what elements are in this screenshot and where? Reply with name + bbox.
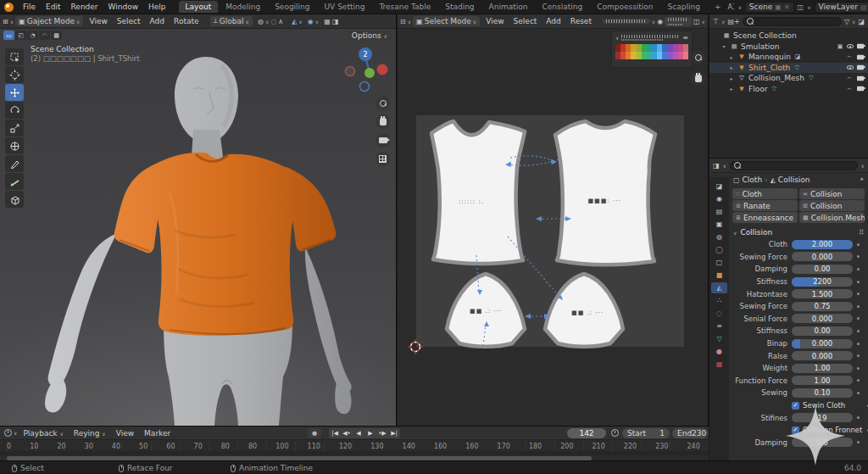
field-hatzontase[interactable]: 1.500 — [792, 289, 853, 298]
eye-toggle-icon[interactable] — [847, 44, 854, 48]
filter-icon[interactable]: ▽ — [844, 18, 849, 25]
workspace-tab-animation[interactable]: Animation — [482, 1, 535, 13]
tool-tab[interactable]: ◪ — [711, 181, 727, 192]
blender-logo-icon[interactable] — [4, 3, 14, 12]
next-keyframe-button[interactable]: •▶ — [376, 428, 388, 438]
workspace-tab-item[interactable]: + — [708, 1, 728, 13]
navigation-gizmo[interactable]: 2 — [343, 45, 391, 92]
menu-window[interactable]: Window — [104, 2, 143, 12]
lasso-select-icon[interactable]: ◠ — [39, 31, 50, 40]
pin-uv-icon[interactable]: ◉ — [657, 18, 663, 25]
animate-dot[interactable] — [853, 281, 863, 283]
color-swatch[interactable] — [683, 44, 688, 52]
camera-toggle-icon[interactable] — [857, 86, 864, 92]
animate-dot[interactable] — [853, 367, 863, 370]
ortho-grid-icon[interactable] — [376, 152, 390, 166]
pattern-menu-add[interactable]: Add — [542, 16, 565, 26]
circle-select-icon[interactable]: ◔ — [27, 31, 38, 40]
pan-hand-icon[interactable] — [691, 71, 705, 86]
scrambled-buttons[interactable] — [665, 17, 692, 26]
shading-icon[interactable]: ◨ — [332, 18, 339, 25]
prev-keyframe-button[interactable]: ◀• — [341, 428, 353, 438]
field-sewing-force[interactable]: 0.000 — [792, 252, 853, 261]
eye-toggle-icon[interactable] — [847, 65, 854, 70]
tilde-toggle-icon[interactable]: ∼ — [845, 53, 854, 60]
animate-dot[interactable] — [853, 293, 863, 295]
collection-tab[interactable]: ▢ — [711, 257, 727, 268]
world-tab[interactable]: ◯ — [711, 244, 727, 255]
workspace-tab-scapling[interactable]: Scapling — [661, 1, 707, 13]
screen-toggle-icon[interactable]: ▣ — [836, 43, 844, 50]
collapse-icon[interactable]: ∨ — [615, 35, 619, 41]
jump-start-button[interactable]: |◀ — [329, 428, 341, 438]
scene-field[interactable]: Scene ▣ ✕ — [745, 2, 794, 13]
pattern-canvas[interactable]: :::::: :. ■■■: ··· ■■ .: ··· ■■ .: ··· — [398, 14, 709, 426]
workspace-tab-compoessition[interactable]: Compoessition — [590, 1, 659, 13]
timeline-menu-view[interactable]: View — [112, 428, 138, 438]
editor-type-icon[interactable]: ⊟ — [400, 18, 406, 25]
end-frame-field[interactable]: End 230 — [672, 428, 708, 438]
move-tool[interactable] — [5, 84, 24, 101]
outliner-item-smulation[interactable]: ▾▤Smulation▣ — [709, 42, 868, 53]
workspace-tab-seogiling[interactable]: Seogiling — [268, 1, 316, 13]
tilde-toggle-icon[interactable]: ∼ — [845, 86, 854, 92]
expand-icon[interactable]: ▸ — [728, 86, 735, 92]
field-stiffness[interactable]: 0.00 — [792, 326, 853, 336]
measure-tool[interactable] — [5, 173, 24, 190]
pattern-menu-reset[interactable]: Reset — [566, 16, 596, 26]
physics-button-collision[interactable]: ⊞Collision — [799, 200, 865, 211]
animate-dot[interactable] — [853, 392, 863, 394]
viewlayer-new-icon[interactable]: ▤ — [860, 3, 867, 11]
new-collection-icon[interactable]: ▤+ — [727, 18, 739, 25]
menu-render[interactable]: Render — [67, 2, 103, 12]
workspace-tab-tresane-table[interactable]: Tresane Table — [372, 1, 437, 13]
animate-dot[interactable] — [853, 416, 863, 419]
editor-type-icon[interactable]: ⊞ — [3, 18, 8, 25]
material-tab[interactable]: ● — [711, 346, 727, 357]
pan-hand-icon[interactable] — [376, 114, 390, 129]
mode-dropdown[interactable]: ▣ Gaject Mode ∨ — [15, 16, 83, 26]
field-function-force[interactable]: 1.00 — [792, 376, 853, 385]
image-options-icon[interactable]: ◫ — [693, 18, 700, 25]
tilde-toggle-icon[interactable]: ∼ — [845, 75, 854, 81]
pivot-point-icon[interactable]: ◍ — [258, 18, 264, 25]
viewlayer-browse-icon[interactable]: ◫ — [798, 3, 804, 11]
properties-panel[interactable]: ◨∨ ∨ ◪◉▤▣◍◯▢■◭∴◌≡▽●▦ ▢ Cloth › ◭ Collisi… — [709, 159, 868, 460]
animate-dot[interactable] — [853, 255, 863, 258]
camera-toggle-icon[interactable] — [857, 44, 864, 49]
viewlayer-field[interactable]: ViewLayer ▤ ✕ — [815, 2, 868, 13]
render-tab[interactable]: ◉ — [711, 193, 727, 204]
animate-dot[interactable] — [853, 305, 863, 308]
select-mode-dropdown[interactable]: ▣ Select Mode ∨ — [413, 16, 480, 26]
outliner-item-shirt-cloth[interactable]: ▸▼Shirt_Cloth▽ — [709, 63, 868, 74]
checkbox-icon[interactable]: ✓ — [792, 427, 799, 434]
prev-frame-button[interactable]: ◀ — [353, 428, 364, 438]
properties-search-input[interactable] — [730, 161, 858, 170]
pattern-piece-back[interactable] — [555, 121, 655, 265]
particles-tab[interactable]: ∴ — [711, 295, 727, 306]
expand-icon[interactable]: ▸ — [728, 75, 735, 81]
zoom-icon[interactable] — [691, 50, 705, 64]
mannequin-scene[interactable] — [0, 14, 397, 426]
expand-icon[interactable]: ▾ — [721, 43, 727, 49]
snap-magnet-icon[interactable]: ◭ — [292, 18, 297, 25]
cloth-quality-slider[interactable]: 2.000 — [792, 240, 853, 249]
breadcrumb-modifier[interactable]: Collision — [778, 176, 810, 184]
timeline-menu-marker[interactable]: Marker — [140, 428, 175, 438]
expand-icon[interactable]: ▸ — [728, 54, 735, 60]
field-ralse[interactable]: 0.000 — [792, 351, 853, 360]
animate-dot[interactable] — [853, 330, 863, 332]
animate-dot[interactable] — [853, 379, 863, 382]
editor-type-icon[interactable]: ◨ — [713, 162, 720, 170]
current-frame-field[interactable]: 142 — [567, 428, 606, 438]
box-select-icon[interactable]: ◰ — [15, 31, 26, 40]
field-senial-force[interactable]: 0.000 — [792, 314, 853, 323]
field-stiffness[interactable]: 2200 — [792, 277, 853, 287]
pattern-menu-view[interactable]: View — [481, 16, 508, 26]
physics-tab[interactable]: ◌ — [711, 308, 727, 319]
outliner-options-icon[interactable]: ◪ — [858, 18, 865, 25]
pattern-editor[interactable]: ⊟∨ ▣ Select Mode ∨ ViewSelectAddReset ∨ … — [398, 14, 709, 426]
physics-button-cloth[interactable]: ∷Cloth — [732, 188, 798, 199]
overlays-icon[interactable]: ◉ — [308, 18, 314, 25]
options-dropdown[interactable]: Options ∨ — [347, 31, 392, 41]
